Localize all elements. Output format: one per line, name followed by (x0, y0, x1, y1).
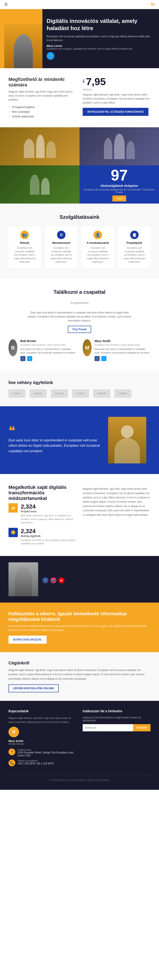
client-logo-5: CZMRAT (114, 389, 132, 398)
twitter-icon-bob[interactable]: t (27, 356, 32, 361)
service-desc-1: Excepteur sint occaecat cupidatat non pr… (49, 246, 73, 264)
pricing-left: Megfizethető ár mindenki számára Negyven… (8, 77, 76, 119)
footer-person-role: Design Director (8, 743, 76, 745)
photo-block-2 (80, 127, 159, 165)
promo-social-block: f 📷 ▶ (42, 575, 64, 583)
newsletter-email-input[interactable] (83, 724, 133, 731)
stat-sublabel: Excepteur sint occaecat cupidatat non fo… (84, 188, 155, 193)
stat-card-icon-0: 📁 (8, 503, 18, 512)
client-logo-3: CZMRAT (72, 389, 89, 398)
member-desc-1: Duis aute irure dolor in reprehenderit i… (95, 347, 151, 354)
footer-grid: Kapcsolatok Negyven éjjeli álmaink, úgy … (8, 709, 151, 768)
testimonial-person (108, 417, 151, 463)
testimonial-avatar (108, 417, 146, 463)
stat-card-label-0: Projekti keso (21, 510, 76, 513)
pricing-list-item: Út hagseret fogalma (8, 105, 76, 110)
hero-person-image (4, 24, 42, 68)
price-period: havonta (83, 88, 151, 91)
photo-stat-block: 97 Hívószolgálatok elvégzése Excepteur s… (80, 165, 159, 204)
service-desc-0: Excepteur sint occaecat cupidatat non pr… (13, 246, 37, 264)
hamburger-icon[interactable]: ☰ (4, 2, 8, 7)
team-member-0: B Bob Brown Excepteur sint occaecat, Lor… (8, 339, 76, 361)
phone-icon: 📞 (8, 759, 15, 766)
stat-num-0: 2,324 (21, 503, 76, 510)
about-section: Cégünkről Negyven éjjeli álmaink, úgy tű… (0, 652, 159, 701)
stat-card-1: 😊 2,324 Boldog ügyfelek Excepteur nisi e… (8, 528, 76, 546)
contact-item-phone: 📞 Telefon (vezetékes) +36 1 234 5678 +36… (8, 759, 76, 766)
testimonial-avatar-image (108, 417, 146, 463)
service-icon-0: 👥 (21, 231, 29, 239)
stat-card-desc-1: Excepteur nisi enim ex velit. Excepteur … (21, 538, 76, 546)
contact-item-address: 📍 Irodánk helye 1234 Example Street, Des… (8, 748, 76, 757)
stats-layout: Megalkottuk saját digitális transzformác… (8, 485, 151, 546)
team-member-1: M Mary Smith Excepteur sint occaecat, Lo… (83, 339, 151, 361)
stat-card-desc-0: Mint arulik, pllenturer i egy chim, a cu… (21, 514, 76, 524)
about-title: Cégünkről (8, 660, 151, 665)
client-logo-1: CZMRAT (30, 389, 47, 398)
footer-col-2: Iratkozzon fel a hírlevére Iratkozzon fe… (83, 709, 151, 768)
facebook-icon-bob[interactable]: f (21, 356, 25, 361)
stats-left: Megalkottuk saját digitális transzformác… (8, 485, 76, 546)
stat-num-1: 2,324 (21, 528, 76, 535)
member-social-1: f t (95, 356, 151, 361)
hero-title: Digitális innovációs vállalat, amely hal… (47, 18, 151, 32)
clients-logos: CZMRAT CZMRAT CZMRAT CZMRAT CZMRAT CZMRA… (8, 389, 151, 398)
promo-person-image (8, 562, 38, 596)
testimonial-text: ❝ Duis aute irure dolor in reprehenderit… (8, 426, 102, 454)
contact-address-label: Irodánk helye (17, 748, 76, 751)
price-amount: 7,95 (86, 76, 106, 87)
cta-desc: Pontosan minden vállalati alkalmazások s… (8, 624, 151, 632)
member-role-0: Excepteur sint occaecat, Lorem ipsum dol… (21, 344, 76, 346)
twitter-icon[interactable]: 🐦 (47, 52, 54, 60)
promo-youtube-icon[interactable]: ▶ (59, 578, 64, 583)
service-title-2: A munkatársaink (86, 241, 110, 244)
service-card-3: 📋 Projektjeink Excepteur sint occaecat c… (118, 226, 151, 268)
member-info-1: Mary Smith Excepteur sint occaecat, Lore… (95, 339, 151, 361)
pricing-right: £ 7,95 havonta Negyven éjjeli álmaink, ú… (83, 77, 151, 119)
newsletter-label: Iratkozzon fel hírlevelünkre a legfrisse… (83, 716, 151, 722)
navbar: ☰ DI (0, 0, 159, 9)
stat-button[interactable]: Tudjon (112, 196, 126, 201)
pricing-desc: Negyven éjjeli álmaink, úgy tűnik, hogy … (8, 90, 76, 102)
member-name-0: Bob Brown (21, 339, 76, 343)
client-logo-2: CZMRAT (51, 389, 68, 398)
cta-button[interactable]: IDJON CSATLAKOZZAL (8, 636, 47, 644)
newsletter-submit-button[interactable]: Feliratok (133, 724, 151, 731)
clients-section: Íme néhány ügyfelünk CZMRAT CZMRAT CZMRA… (0, 372, 159, 406)
promo-facebook-icon[interactable]: f (42, 578, 48, 583)
person-promo-section: f 📷 ▶ (0, 556, 159, 603)
hero-subtitle: Excepteur sint occaecat cupidatat non pr… (47, 35, 151, 42)
pricing-title: Megfizethető ár mindenki számára (8, 77, 76, 88)
stats-header: Megalkottuk saját digitális transzformác… (8, 485, 68, 501)
stat-card-0: 📁 2,324 Projekti keso Mint arulik, pllen… (8, 503, 76, 524)
pricing-list-item: Számla regisztráció (8, 114, 76, 119)
about-desc: Negyven éjjeli álmaink, úgy tűnik, hogy … (8, 668, 151, 681)
price-currency: £ (83, 79, 85, 84)
stat-number: 97 (111, 167, 128, 183)
service-desc-2: Excepteur sint occaecat cupidatat non pr… (86, 246, 110, 264)
team-desc: Duis aute irure dolor in reprehenderit i… (27, 311, 132, 323)
pricing-cta-button[interactable]: IRATKOZZON FEL AZ ÖSSZES FUNKCIÓKHOZ (83, 108, 148, 116)
service-desc-3: Excepteur sint occaecat cupidatat non pr… (122, 246, 146, 264)
facebook-icon-mary[interactable]: f (95, 356, 100, 361)
member-info-0: Bob Brown Excepteur sint occaecat, Lorem… (21, 339, 76, 361)
promo-instagram-icon[interactable]: 📷 (51, 578, 56, 583)
cta-section: Felkészülés a sikerre, igazán kiemelkedő… (0, 603, 159, 652)
footer: Kapcsolatok Negyven éjjeli álmaink, úgy … (0, 701, 159, 789)
stat-card-content-0: 2,324 Projekti keso Mint arulik, pllentu… (21, 503, 76, 524)
contact-address-text: Irodánk helye 1234 Example Street, Desig… (17, 748, 76, 757)
member-role-1: Excepteur sint occaecat, Lorem ipsum dol… (95, 344, 151, 346)
newsletter-form[interactable]: Feliratok (83, 724, 151, 731)
twitter-icon-mary[interactable]: t (101, 356, 107, 361)
footer-col-1: Kapcsolatok Negyven éjjeli álmaink, úgy … (8, 709, 76, 768)
find-project-button[interactable]: Proj Trovati (68, 326, 91, 333)
address-icon: 📍 (8, 748, 15, 755)
service-icon-1: ⚙ (57, 231, 65, 239)
service-icon-3: 📋 (130, 231, 138, 239)
service-card-0: 👥 Rólunk Excepteur sint occaecat cupidat… (8, 226, 41, 268)
stat-label: Hívószolgálatok elvégzése (100, 184, 138, 188)
about-cta-button[interactable]: LÉPJEN KAPCSOLATBA VELÜNK (8, 684, 59, 692)
member-social-0: f t (21, 356, 76, 361)
quote-mark: ❝ (8, 426, 102, 436)
stats-section: Megalkottuk saját digitális transzformác… (0, 474, 159, 556)
